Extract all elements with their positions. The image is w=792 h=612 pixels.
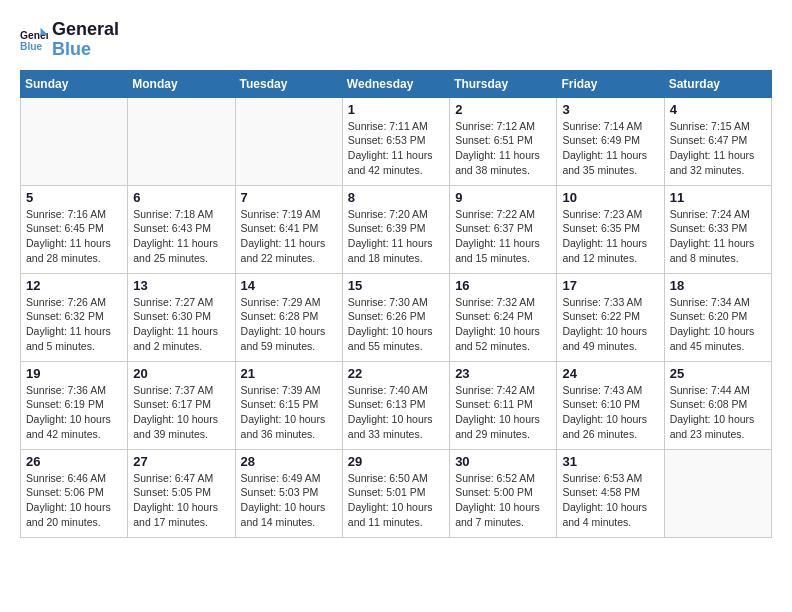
day-number: 8	[348, 190, 444, 205]
calendar-cell	[128, 97, 235, 185]
calendar-cell: 13Sunrise: 7:27 AM Sunset: 6:30 PM Dayli…	[128, 273, 235, 361]
day-info: Sunrise: 7:36 AM Sunset: 6:19 PM Dayligh…	[26, 383, 122, 442]
calendar-cell: 18Sunrise: 7:34 AM Sunset: 6:20 PM Dayli…	[664, 273, 771, 361]
day-info: Sunrise: 6:47 AM Sunset: 5:05 PM Dayligh…	[133, 471, 229, 530]
calendar-cell: 5Sunrise: 7:16 AM Sunset: 6:45 PM Daylig…	[21, 185, 128, 273]
day-number: 29	[348, 454, 444, 469]
day-number: 6	[133, 190, 229, 205]
calendar-cell: 7Sunrise: 7:19 AM Sunset: 6:41 PM Daylig…	[235, 185, 342, 273]
calendar-cell: 2Sunrise: 7:12 AM Sunset: 6:51 PM Daylig…	[450, 97, 557, 185]
day-info: Sunrise: 7:26 AM Sunset: 6:32 PM Dayligh…	[26, 295, 122, 354]
day-info: Sunrise: 7:39 AM Sunset: 6:15 PM Dayligh…	[241, 383, 337, 442]
day-number: 10	[562, 190, 658, 205]
calendar-cell: 8Sunrise: 7:20 AM Sunset: 6:39 PM Daylig…	[342, 185, 449, 273]
day-number: 30	[455, 454, 551, 469]
week-row-4: 19Sunrise: 7:36 AM Sunset: 6:19 PM Dayli…	[21, 361, 772, 449]
day-info: Sunrise: 7:42 AM Sunset: 6:11 PM Dayligh…	[455, 383, 551, 442]
day-number: 31	[562, 454, 658, 469]
day-number: 9	[455, 190, 551, 205]
day-info: Sunrise: 7:23 AM Sunset: 6:35 PM Dayligh…	[562, 207, 658, 266]
day-number: 11	[670, 190, 766, 205]
day-number: 27	[133, 454, 229, 469]
day-info: Sunrise: 7:24 AM Sunset: 6:33 PM Dayligh…	[670, 207, 766, 266]
calendar-cell: 10Sunrise: 7:23 AM Sunset: 6:35 PM Dayli…	[557, 185, 664, 273]
day-info: Sunrise: 7:18 AM Sunset: 6:43 PM Dayligh…	[133, 207, 229, 266]
day-number: 28	[241, 454, 337, 469]
day-info: Sunrise: 7:11 AM Sunset: 6:53 PM Dayligh…	[348, 119, 444, 178]
calendar-cell	[664, 449, 771, 537]
calendar-cell: 23Sunrise: 7:42 AM Sunset: 6:11 PM Dayli…	[450, 361, 557, 449]
day-info: Sunrise: 7:43 AM Sunset: 6:10 PM Dayligh…	[562, 383, 658, 442]
calendar-cell: 16Sunrise: 7:32 AM Sunset: 6:24 PM Dayli…	[450, 273, 557, 361]
day-info: Sunrise: 7:15 AM Sunset: 6:47 PM Dayligh…	[670, 119, 766, 178]
day-info: Sunrise: 7:32 AM Sunset: 6:24 PM Dayligh…	[455, 295, 551, 354]
calendar-cell: 14Sunrise: 7:29 AM Sunset: 6:28 PM Dayli…	[235, 273, 342, 361]
calendar-cell: 19Sunrise: 7:36 AM Sunset: 6:19 PM Dayli…	[21, 361, 128, 449]
day-info: Sunrise: 7:44 AM Sunset: 6:08 PM Dayligh…	[670, 383, 766, 442]
day-number: 24	[562, 366, 658, 381]
weekday-header-monday: Monday	[128, 70, 235, 97]
logo-icon: General Blue	[20, 26, 48, 54]
calendar-cell	[21, 97, 128, 185]
day-number: 15	[348, 278, 444, 293]
day-number: 21	[241, 366, 337, 381]
day-info: Sunrise: 7:27 AM Sunset: 6:30 PM Dayligh…	[133, 295, 229, 354]
day-number: 7	[241, 190, 337, 205]
weekday-header-wednesday: Wednesday	[342, 70, 449, 97]
day-number: 23	[455, 366, 551, 381]
day-info: Sunrise: 7:34 AM Sunset: 6:20 PM Dayligh…	[670, 295, 766, 354]
calendar-table: SundayMondayTuesdayWednesdayThursdayFrid…	[20, 70, 772, 538]
calendar-cell: 22Sunrise: 7:40 AM Sunset: 6:13 PM Dayli…	[342, 361, 449, 449]
day-info: Sunrise: 7:19 AM Sunset: 6:41 PM Dayligh…	[241, 207, 337, 266]
week-row-5: 26Sunrise: 6:46 AM Sunset: 5:06 PM Dayli…	[21, 449, 772, 537]
day-info: Sunrise: 6:49 AM Sunset: 5:03 PM Dayligh…	[241, 471, 337, 530]
day-number: 25	[670, 366, 766, 381]
weekday-header-thursday: Thursday	[450, 70, 557, 97]
weekday-header-sunday: Sunday	[21, 70, 128, 97]
calendar-cell: 17Sunrise: 7:33 AM Sunset: 6:22 PM Dayli…	[557, 273, 664, 361]
calendar-cell: 9Sunrise: 7:22 AM Sunset: 6:37 PM Daylig…	[450, 185, 557, 273]
day-info: Sunrise: 7:12 AM Sunset: 6:51 PM Dayligh…	[455, 119, 551, 178]
day-info: Sunrise: 7:37 AM Sunset: 6:17 PM Dayligh…	[133, 383, 229, 442]
week-row-2: 5Sunrise: 7:16 AM Sunset: 6:45 PM Daylig…	[21, 185, 772, 273]
day-info: Sunrise: 7:14 AM Sunset: 6:49 PM Dayligh…	[562, 119, 658, 178]
day-number: 22	[348, 366, 444, 381]
day-number: 13	[133, 278, 229, 293]
day-number: 12	[26, 278, 122, 293]
calendar-cell: 1Sunrise: 7:11 AM Sunset: 6:53 PM Daylig…	[342, 97, 449, 185]
logo-text: GeneralBlue	[52, 20, 119, 60]
week-row-1: 1Sunrise: 7:11 AM Sunset: 6:53 PM Daylig…	[21, 97, 772, 185]
calendar-cell: 3Sunrise: 7:14 AM Sunset: 6:49 PM Daylig…	[557, 97, 664, 185]
calendar-cell: 4Sunrise: 7:15 AM Sunset: 6:47 PM Daylig…	[664, 97, 771, 185]
calendar-cell: 24Sunrise: 7:43 AM Sunset: 6:10 PM Dayli…	[557, 361, 664, 449]
calendar-cell: 27Sunrise: 6:47 AM Sunset: 5:05 PM Dayli…	[128, 449, 235, 537]
day-number: 20	[133, 366, 229, 381]
page-header: General Blue GeneralBlue	[20, 20, 772, 60]
day-number: 26	[26, 454, 122, 469]
day-number: 14	[241, 278, 337, 293]
day-info: Sunrise: 6:46 AM Sunset: 5:06 PM Dayligh…	[26, 471, 122, 530]
calendar-cell: 28Sunrise: 6:49 AM Sunset: 5:03 PM Dayli…	[235, 449, 342, 537]
calendar-cell: 29Sunrise: 6:50 AM Sunset: 5:01 PM Dayli…	[342, 449, 449, 537]
calendar-cell: 11Sunrise: 7:24 AM Sunset: 6:33 PM Dayli…	[664, 185, 771, 273]
day-number: 2	[455, 102, 551, 117]
weekday-header-row: SundayMondayTuesdayWednesdayThursdayFrid…	[21, 70, 772, 97]
calendar-cell: 6Sunrise: 7:18 AM Sunset: 6:43 PM Daylig…	[128, 185, 235, 273]
calendar-cell: 26Sunrise: 6:46 AM Sunset: 5:06 PM Dayli…	[21, 449, 128, 537]
day-number: 4	[670, 102, 766, 117]
svg-text:Blue: Blue	[20, 41, 43, 52]
day-number: 1	[348, 102, 444, 117]
calendar-cell: 15Sunrise: 7:30 AM Sunset: 6:26 PM Dayli…	[342, 273, 449, 361]
day-info: Sunrise: 7:16 AM Sunset: 6:45 PM Dayligh…	[26, 207, 122, 266]
calendar-cell: 31Sunrise: 6:53 AM Sunset: 4:58 PM Dayli…	[557, 449, 664, 537]
day-info: Sunrise: 6:53 AM Sunset: 4:58 PM Dayligh…	[562, 471, 658, 530]
day-number: 18	[670, 278, 766, 293]
day-number: 17	[562, 278, 658, 293]
logo: General Blue GeneralBlue	[20, 20, 119, 60]
weekday-header-saturday: Saturday	[664, 70, 771, 97]
day-info: Sunrise: 7:20 AM Sunset: 6:39 PM Dayligh…	[348, 207, 444, 266]
calendar-cell	[235, 97, 342, 185]
calendar-cell: 21Sunrise: 7:39 AM Sunset: 6:15 PM Dayli…	[235, 361, 342, 449]
day-number: 16	[455, 278, 551, 293]
day-info: Sunrise: 7:33 AM Sunset: 6:22 PM Dayligh…	[562, 295, 658, 354]
